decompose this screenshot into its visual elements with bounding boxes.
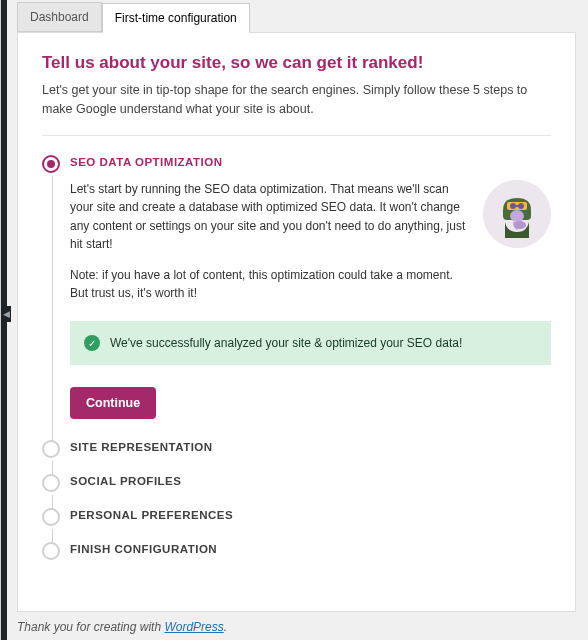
success-message: We've successfully analyzed your site & … [110,336,462,350]
description-row: Let's start by running the SEO data opti… [70,180,551,316]
wordpress-link[interactable]: WordPress [164,620,223,634]
svg-point-2 [510,203,516,209]
footer-text: Thank you for creating with [17,620,164,634]
checkmark-icon: ✓ [84,335,100,351]
svg-point-3 [518,203,524,209]
config-card: Tell us about your site, so we can get i… [17,32,576,612]
step-title-site-representation: SITE REPRESENTATION [70,441,551,453]
step-site-representation[interactable]: SITE REPRESENTATION [70,441,551,475]
researcher-icon [483,180,551,248]
page-subtitle: Let's get your site in tip-top shape for… [42,81,551,119]
footer-period: . [224,620,227,634]
page-title: Tell us about your site, so we can get i… [42,53,551,73]
svg-rect-4 [516,205,518,207]
tabs-bar: Dashboard First-time configuration [1,2,588,32]
tab-dashboard[interactable]: Dashboard [17,2,102,32]
step-marker [42,508,60,526]
step-title-personal-preferences: PERSONAL PREFERENCES [70,509,551,521]
stepper: SEO DATA OPTIMIZATION Let's start by run… [42,156,551,578]
step-seo-data-optimization: SEO DATA OPTIMIZATION Let's start by run… [70,156,551,442]
svg-point-5 [510,210,524,222]
step-body-seo: Let's start by running the SEO data opti… [70,180,551,420]
svg-point-6 [514,221,526,229]
step-connector [52,176,53,444]
paragraph-1: Let's start by running the SEO data opti… [70,180,469,254]
step-title-seo: SEO DATA OPTIMIZATION [70,156,551,168]
step-title-social-profiles: SOCIAL PROFILES [70,475,551,487]
paragraph-2: Note: if you have a lot of content, this… [70,266,469,303]
step-personal-preferences[interactable]: PERSONAL PREFERENCES [70,509,551,543]
page-container: ◀ Dashboard First-time configuration Tel… [0,0,588,640]
collapse-menu-icon[interactable]: ◀ [1,306,11,322]
step-marker [42,440,60,458]
footer: Thank you for creating with WordPress. [17,620,227,634]
tab-first-time-configuration[interactable]: First-time configuration [102,3,250,33]
step-marker [42,474,60,492]
description-text: Let's start by running the SEO data opti… [70,180,469,316]
step-title-finish-configuration: FINISH CONFIGURATION [70,543,551,555]
researcher-illustration [483,180,551,248]
step-finish-configuration[interactable]: FINISH CONFIGURATION [70,543,551,577]
success-banner: ✓ We've successfully analyzed your site … [70,321,551,365]
step-social-profiles[interactable]: SOCIAL PROFILES [70,475,551,509]
divider [42,135,551,136]
continue-button[interactable]: Continue [70,387,156,419]
step-marker [42,542,60,560]
step-marker-active [42,155,60,173]
